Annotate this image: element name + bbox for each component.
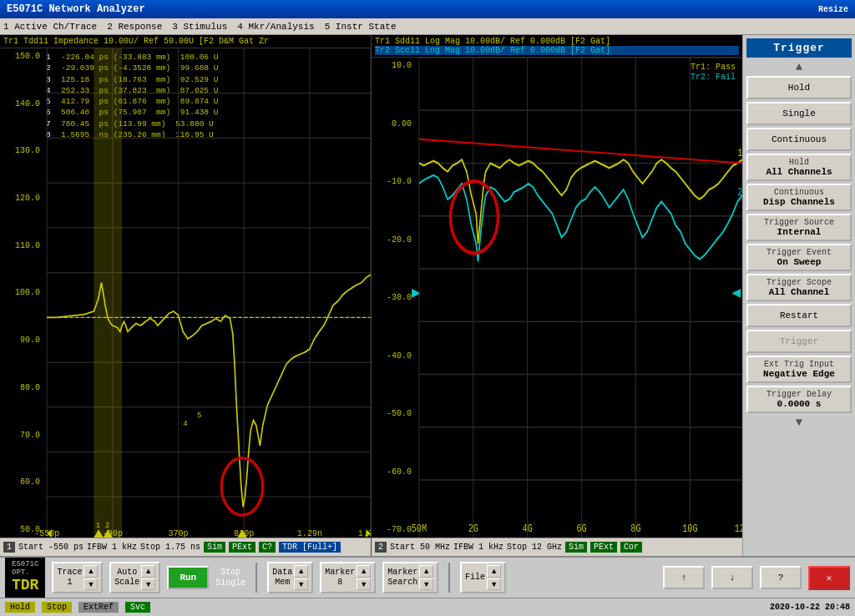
nav-down-button[interactable]: ↓ bbox=[711, 566, 753, 589]
right-panel: Tr1 Sdd11 Log Mag 10.00dB/ Ref 0.000dB [… bbox=[372, 35, 742, 556]
right-header-tr2: Tr2 Scc11 Log Mag 10.00dB/ Ref 0.000dB [… bbox=[375, 46, 739, 55]
data-mem-down-button[interactable]: ▼ bbox=[294, 578, 308, 591]
svg-text:12G: 12G bbox=[735, 523, 742, 536]
left-stop: Stop 1.75 ns bbox=[140, 543, 200, 552]
trigger-scroll-up[interactable]: ▲ bbox=[796, 60, 802, 73]
continuous-disp-channels-button[interactable]: Continuous Disp Channels bbox=[746, 184, 852, 211]
trigger-source-button[interactable]: Trigger Source Internal bbox=[746, 214, 852, 241]
menu-bar: 1 Active Ch/Trace 2 Response 3 Stimulus … bbox=[0, 18, 855, 35]
marker-search-control: MarkerSearch ▲ ▼ bbox=[382, 562, 438, 593]
bottom-status: Hold Stop ExtRef Svc 2020-10-22 20:48 bbox=[0, 598, 855, 616]
menu-response[interactable]: 2 Response bbox=[107, 22, 162, 32]
hold-badge: Hold bbox=[5, 602, 35, 613]
left-tdr-badge: TDR [Full+] bbox=[279, 542, 341, 553]
file-down-button[interactable]: ▼ bbox=[487, 578, 501, 591]
svg-text:2: 2 bbox=[737, 186, 742, 199]
right-sim-badge: Sim bbox=[565, 542, 587, 553]
left-sim-badge: Sim bbox=[204, 542, 225, 553]
svg-text:370p: 370p bbox=[168, 528, 188, 538]
menu-mkr-analysis[interactable]: 4 Mkr/Analysis bbox=[237, 22, 314, 32]
svg-text:8G: 8G bbox=[630, 523, 640, 536]
title-bar: E5071C Network Analyzer Resize bbox=[0, 0, 855, 18]
help-button[interactable]: ? bbox=[760, 566, 802, 589]
marker-label: Marker8 bbox=[325, 568, 355, 588]
left-chart-area[interactable]: 150.0140.0130.0 120.0110.0100.0 90.080.0… bbox=[0, 48, 371, 538]
right-chart-area[interactable]: 10.00.00-10.0 -20.0-30.0-40.0 -50.0-60.0… bbox=[372, 58, 742, 538]
single-label: Single bbox=[215, 578, 245, 588]
svg-text:4: 4 bbox=[183, 418, 188, 427]
file-label: File bbox=[465, 573, 485, 583]
tdr-main-label: TDR bbox=[12, 578, 38, 594]
auto-scale-up-button[interactable]: ▲ bbox=[141, 565, 155, 578]
restart-button[interactable]: Restart bbox=[746, 304, 852, 327]
file-control: File ▲ ▼ bbox=[460, 562, 506, 593]
datetime-display: 2020-10-22 20:48 bbox=[770, 603, 850, 612]
svc-badge: Svc bbox=[125, 602, 150, 613]
single-button[interactable]: Single bbox=[746, 102, 852, 125]
trace-down-button[interactable]: ▼ bbox=[83, 578, 98, 591]
bottom-toolbar: E5071COPT. TDR Trace1 ▲ ▼ AutoScale ▲ ▼ … bbox=[0, 556, 855, 598]
close-button[interactable]: ✕ bbox=[808, 566, 850, 590]
left-status-bar: 1 Start -550 ps IFBW 1 kHz Stop 1.75 ns … bbox=[0, 538, 371, 556]
stop-single-control: Stop Single bbox=[215, 568, 245, 588]
marker-search-down-button[interactable]: ▼ bbox=[419, 578, 433, 591]
auto-scale-down-button[interactable]: ▼ bbox=[141, 578, 155, 591]
svg-text:50M: 50M bbox=[412, 523, 427, 536]
right-start: Start 50 MHz bbox=[390, 543, 450, 552]
data-mem-up-button[interactable]: ▲ bbox=[294, 565, 308, 578]
right-stop: Stop 12 GHz bbox=[507, 543, 562, 552]
trigger-event-button[interactable]: Trigger Event On Sweep bbox=[746, 244, 852, 271]
left-ifbw: IFBW 1 kHz bbox=[87, 543, 137, 552]
resize-button[interactable]: Resize bbox=[818, 5, 848, 14]
file-up-button[interactable]: ▲ bbox=[487, 565, 501, 578]
trigger-scroll-down[interactable]: ▼ bbox=[796, 416, 802, 429]
run-button[interactable]: Run bbox=[167, 566, 209, 589]
extref-badge: ExtRef bbox=[78, 602, 119, 613]
hold-button[interactable]: Hold bbox=[746, 76, 852, 99]
trace-label: Trace1 bbox=[57, 568, 82, 588]
menu-stimulus[interactable]: 3 Stimulus bbox=[172, 22, 227, 32]
hold-all-channels-button[interactable]: Hold All Channels bbox=[746, 154, 852, 181]
trigger-title: Trigger bbox=[746, 38, 852, 58]
stop-badge: Stop bbox=[42, 602, 72, 613]
app-title: E5071C Network Analyzer bbox=[7, 3, 145, 15]
svg-text:-550p: -550p bbox=[34, 528, 59, 538]
svg-line-51 bbox=[419, 139, 742, 164]
svg-text:2G: 2G bbox=[468, 523, 478, 536]
toolbar-divider1 bbox=[255, 563, 257, 593]
svg-text:6G: 6G bbox=[576, 523, 586, 536]
trace-control: Trace1 ▲ ▼ bbox=[52, 562, 103, 593]
svg-text:-90p: -90p bbox=[103, 528, 123, 538]
svg-text:1.75n: 1.75n bbox=[358, 528, 371, 538]
marker-control: Marker8 ▲ ▼ bbox=[320, 562, 376, 593]
trigger-delay-button[interactable]: Trigger Delay 0.0000 s bbox=[746, 386, 852, 413]
marker-arrows: ▲ ▼ bbox=[357, 565, 371, 590]
left-start: Start -550 ps bbox=[18, 543, 83, 552]
trace-up-button[interactable]: ▲ bbox=[83, 565, 98, 578]
right-status-bar: 2 Start 50 MHz IFBW 1 kHz Stop 12 GHz Si… bbox=[372, 538, 742, 556]
main-area: Tr1 Tdd11 Impedance 10.00U/ Ref 50.00U [… bbox=[0, 35, 855, 556]
left-header-text: Tr1 Tdd11 Impedance 10.00U/ Ref 50.00U [… bbox=[3, 37, 269, 46]
svg-point-52 bbox=[450, 181, 498, 253]
trace-arrows: ▲ ▼ bbox=[83, 565, 98, 590]
continuous-button[interactable]: Continuous bbox=[746, 128, 852, 151]
menu-active-ch[interactable]: 1 Active Ch/Trace bbox=[3, 22, 97, 32]
auto-scale-arrows: ▲ ▼ bbox=[141, 565, 155, 590]
svg-rect-16 bbox=[94, 48, 122, 538]
toolbar-divider2 bbox=[448, 563, 450, 593]
right-ifbw: IFBW 1 kHz bbox=[453, 543, 503, 552]
trigger-scope-button[interactable]: Trigger Scope All Channel bbox=[746, 274, 852, 301]
tdr-sub-label: E5071COPT. bbox=[12, 561, 38, 578]
auto-scale-control: AutoScale ▲ ▼ bbox=[109, 562, 160, 593]
right-cor-badge: Cor bbox=[620, 542, 642, 553]
menu-instr-state[interactable]: 5 Instr State bbox=[325, 22, 397, 32]
marker-search-up-button[interactable]: ▲ bbox=[419, 565, 433, 578]
data-mem-control: DataMem ▲ ▼ bbox=[267, 562, 313, 593]
nav-up-button[interactable]: ↑ bbox=[663, 566, 705, 589]
file-arrows: ▲ ▼ bbox=[487, 565, 501, 590]
marker-down-button[interactable]: ▼ bbox=[357, 578, 371, 591]
ext-trig-input-button[interactable]: Ext Trig Input Negative Edge bbox=[746, 356, 852, 383]
marker-up-button[interactable]: ▲ bbox=[357, 565, 371, 578]
svg-point-18 bbox=[221, 458, 262, 515]
trigger-button[interactable]: Trigger bbox=[746, 330, 852, 353]
